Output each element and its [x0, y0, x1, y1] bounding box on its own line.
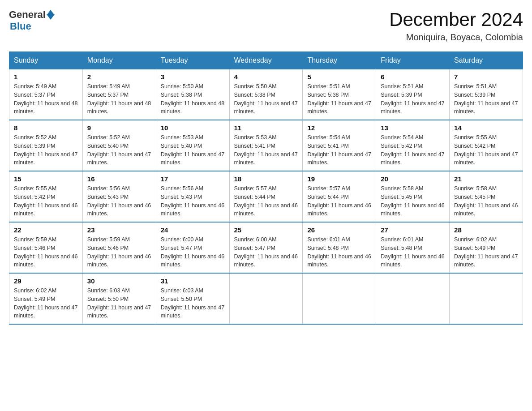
day-info: Sunrise: 5:54 AM Sunset: 5:42 PM Dayligh… — [381, 133, 445, 167]
calendar-day-cell: 4 Sunrise: 5:50 AM Sunset: 5:38 PM Dayli… — [229, 69, 303, 120]
day-number: 3 — [161, 73, 225, 81]
day-number: 20 — [381, 175, 445, 183]
day-info: Sunrise: 5:52 AM Sunset: 5:39 PM Dayligh… — [14, 133, 78, 167]
day-info: Sunrise: 6:03 AM Sunset: 5:50 PM Dayligh… — [161, 287, 225, 320]
day-info: Sunrise: 5:49 AM Sunset: 5:37 PM Dayligh… — [14, 82, 78, 116]
day-number: 22 — [14, 226, 78, 234]
calendar-day-cell — [376, 273, 450, 324]
calendar-day-cell: 11 Sunrise: 5:53 AM Sunset: 5:41 PM Dayl… — [229, 120, 303, 171]
calendar-day-cell: 3 Sunrise: 5:50 AM Sunset: 5:38 PM Dayli… — [156, 69, 229, 120]
day-info: Sunrise: 5:51 AM Sunset: 5:38 PM Dayligh… — [307, 82, 371, 116]
calendar-day-cell: 6 Sunrise: 5:51 AM Sunset: 5:39 PM Dayli… — [376, 69, 450, 120]
day-info: Sunrise: 5:50 AM Sunset: 5:38 PM Dayligh… — [234, 82, 298, 116]
day-of-week-header: Thursday — [303, 52, 376, 69]
day-of-week-header: Monday — [82, 52, 156, 69]
calendar-day-cell: 25 Sunrise: 6:00 AM Sunset: 5:47 PM Dayl… — [229, 222, 303, 273]
day-info: Sunrise: 6:00 AM Sunset: 5:47 PM Dayligh… — [234, 235, 298, 269]
day-number: 12 — [307, 124, 371, 132]
calendar-day-cell: 31 Sunrise: 6:03 AM Sunset: 5:50 PM Dayl… — [156, 273, 229, 324]
calendar-day-cell: 29 Sunrise: 6:02 AM Sunset: 5:49 PM Dayl… — [9, 273, 83, 324]
day-info: Sunrise: 5:56 AM Sunset: 5:43 PM Dayligh… — [87, 184, 151, 218]
calendar-day-cell: 15 Sunrise: 5:55 AM Sunset: 5:42 PM Dayl… — [9, 171, 83, 222]
title-section: December 2024 Moniquira, Boyaca, Colombi… — [389, 9, 523, 43]
day-number: 31 — [161, 277, 225, 285]
calendar-day-cell: 18 Sunrise: 5:57 AM Sunset: 5:44 PM Dayl… — [229, 171, 303, 222]
day-number: 14 — [454, 124, 518, 132]
day-info: Sunrise: 6:02 AM Sunset: 5:49 PM Dayligh… — [454, 235, 518, 269]
day-number: 21 — [454, 175, 518, 183]
calendar-day-cell: 19 Sunrise: 5:57 AM Sunset: 5:44 PM Dayl… — [303, 171, 376, 222]
calendar-day-cell — [450, 273, 523, 324]
day-number: 11 — [234, 124, 298, 132]
calendar-day-cell: 20 Sunrise: 5:58 AM Sunset: 5:45 PM Dayl… — [376, 171, 450, 222]
day-info: Sunrise: 5:52 AM Sunset: 5:40 PM Dayligh… — [87, 133, 151, 167]
day-number: 2 — [87, 73, 151, 81]
day-number: 29 — [14, 277, 78, 285]
day-number: 4 — [234, 73, 298, 81]
day-of-week-header: Friday — [376, 52, 450, 69]
calendar-day-cell: 12 Sunrise: 5:54 AM Sunset: 5:41 PM Dayl… — [303, 120, 376, 171]
calendar-day-cell: 17 Sunrise: 5:56 AM Sunset: 5:43 PM Dayl… — [156, 171, 229, 222]
day-number: 30 — [87, 277, 151, 285]
logo-general-text: General — [9, 9, 46, 21]
calendar-day-cell: 5 Sunrise: 5:51 AM Sunset: 5:38 PM Dayli… — [303, 69, 376, 120]
day-info: Sunrise: 6:02 AM Sunset: 5:49 PM Dayligh… — [14, 287, 78, 320]
calendar-day-cell — [303, 273, 376, 324]
calendar-day-cell: 14 Sunrise: 5:55 AM Sunset: 5:42 PM Dayl… — [450, 120, 523, 171]
day-info: Sunrise: 5:51 AM Sunset: 5:39 PM Dayligh… — [454, 82, 518, 116]
day-number: 6 — [381, 73, 445, 81]
day-number: 16 — [87, 175, 151, 183]
calendar-day-cell: 9 Sunrise: 5:52 AM Sunset: 5:40 PM Dayli… — [82, 120, 156, 171]
day-info: Sunrise: 5:56 AM Sunset: 5:43 PM Dayligh… — [161, 184, 225, 218]
page-header: General Blue December 2024 Moniquira, Bo… — [9, 9, 523, 43]
day-number: 25 — [234, 226, 298, 234]
day-of-week-header: Wednesday — [229, 52, 303, 69]
calendar-day-cell: 16 Sunrise: 5:56 AM Sunset: 5:43 PM Dayl… — [82, 171, 156, 222]
day-info: Sunrise: 5:59 AM Sunset: 5:46 PM Dayligh… — [87, 235, 151, 269]
day-number: 17 — [161, 175, 225, 183]
calendar-day-cell: 27 Sunrise: 6:01 AM Sunset: 5:48 PM Dayl… — [376, 222, 450, 273]
calendar-day-cell: 24 Sunrise: 6:00 AM Sunset: 5:47 PM Dayl… — [156, 222, 229, 273]
day-number: 19 — [307, 175, 371, 183]
calendar-day-cell: 1 Sunrise: 5:49 AM Sunset: 5:37 PM Dayli… — [9, 69, 83, 120]
day-info: Sunrise: 5:53 AM Sunset: 5:41 PM Dayligh… — [234, 133, 298, 167]
calendar-day-cell: 2 Sunrise: 5:49 AM Sunset: 5:37 PM Dayli… — [82, 69, 156, 120]
day-info: Sunrise: 6:00 AM Sunset: 5:47 PM Dayligh… — [161, 235, 225, 269]
calendar-day-cell: 21 Sunrise: 5:58 AM Sunset: 5:45 PM Dayl… — [450, 171, 523, 222]
day-number: 24 — [161, 226, 225, 234]
day-number: 28 — [454, 226, 518, 234]
calendar-table: SundayMondayTuesdayWednesdayThursdayFrid… — [9, 51, 523, 325]
day-info: Sunrise: 5:58 AM Sunset: 5:45 PM Dayligh… — [381, 184, 445, 218]
day-number: 8 — [14, 124, 78, 132]
month-year-title: December 2024 — [389, 9, 523, 30]
day-of-week-header: Saturday — [450, 52, 523, 69]
calendar-week-row: 15 Sunrise: 5:55 AM Sunset: 5:42 PM Dayl… — [9, 171, 523, 222]
day-number: 7 — [454, 73, 518, 81]
day-info: Sunrise: 5:55 AM Sunset: 5:42 PM Dayligh… — [454, 133, 518, 167]
calendar-day-cell: 28 Sunrise: 6:02 AM Sunset: 5:49 PM Dayl… — [450, 222, 523, 273]
calendar-day-cell: 22 Sunrise: 5:59 AM Sunset: 5:46 PM Dayl… — [9, 222, 83, 273]
logo-blue-text: Blue — [10, 21, 31, 32]
calendar-day-cell — [229, 273, 303, 324]
day-number: 27 — [381, 226, 445, 234]
calendar-week-row: 22 Sunrise: 5:59 AM Sunset: 5:46 PM Dayl… — [9, 222, 523, 273]
calendar-day-cell: 7 Sunrise: 5:51 AM Sunset: 5:39 PM Dayli… — [450, 69, 523, 120]
day-info: Sunrise: 5:54 AM Sunset: 5:41 PM Dayligh… — [307, 133, 371, 167]
day-of-week-header: Sunday — [9, 52, 83, 69]
day-number: 18 — [234, 175, 298, 183]
calendar-week-row: 1 Sunrise: 5:49 AM Sunset: 5:37 PM Dayli… — [9, 69, 523, 120]
logo: General Blue — [9, 9, 55, 32]
day-info: Sunrise: 6:01 AM Sunset: 5:48 PM Dayligh… — [381, 235, 445, 269]
day-number: 26 — [307, 226, 371, 234]
day-number: 10 — [161, 124, 225, 132]
calendar-day-cell: 30 Sunrise: 6:03 AM Sunset: 5:50 PM Dayl… — [82, 273, 156, 324]
day-number: 1 — [14, 73, 78, 81]
day-info: Sunrise: 6:01 AM Sunset: 5:48 PM Dayligh… — [307, 235, 371, 269]
calendar-day-cell: 10 Sunrise: 5:53 AM Sunset: 5:40 PM Dayl… — [156, 120, 229, 171]
day-info: Sunrise: 5:55 AM Sunset: 5:42 PM Dayligh… — [14, 184, 78, 218]
day-of-week-header: Tuesday — [156, 52, 229, 69]
day-number: 23 — [87, 226, 151, 234]
calendar-week-row: 8 Sunrise: 5:52 AM Sunset: 5:39 PM Dayli… — [9, 120, 523, 171]
day-info: Sunrise: 5:58 AM Sunset: 5:45 PM Dayligh… — [454, 184, 518, 218]
day-number: 13 — [381, 124, 445, 132]
